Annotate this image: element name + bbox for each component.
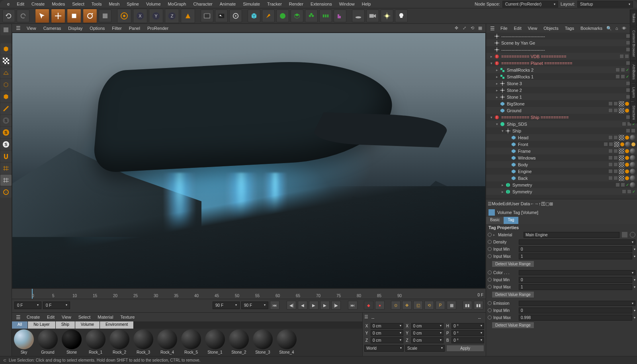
menu-item[interactable]: MoGraph bbox=[165, 0, 190, 8]
render-toggle[interactable] bbox=[614, 156, 618, 160]
expand-toggle[interactable]: ▸ bbox=[495, 68, 499, 72]
render-toggle[interactable] bbox=[614, 135, 618, 140]
texture-tag[interactable] bbox=[619, 169, 624, 174]
expand-toggle[interactable]: ▾ bbox=[495, 122, 499, 126]
tree-row[interactable]: ▾Ship bbox=[486, 127, 637, 134]
viewport-menu-item[interactable]: View bbox=[23, 25, 40, 32]
rot-h[interactable]: 0 °▾ bbox=[451, 323, 484, 329]
bulb-icon[interactable] bbox=[395, 10, 408, 22]
visibility-toggle[interactable] bbox=[608, 101, 613, 106]
key-tl1[interactable]: ▮▮ bbox=[463, 301, 472, 309]
tree-row[interactable]: ▸Stone 1 bbox=[486, 93, 637, 100]
phong-tag[interactable] bbox=[620, 142, 624, 146]
material-tag[interactable] bbox=[630, 182, 635, 188]
material-item[interactable]: Stone_4 bbox=[276, 329, 298, 355]
inputmin-field[interactable]: 0 bbox=[519, 308, 632, 313]
undo-button[interactable] bbox=[2, 10, 15, 22]
tag-icon[interactable]: ⊞ bbox=[549, 201, 553, 206]
material-item[interactable]: Rock_1 bbox=[84, 329, 107, 355]
render-toggle[interactable] bbox=[631, 128, 635, 133]
array-icon[interactable] bbox=[319, 10, 332, 22]
viewport[interactable] bbox=[12, 33, 486, 288]
inputmax-field[interactable]: 0.998 bbox=[519, 315, 632, 321]
tree-row[interactable]: Ground bbox=[486, 107, 637, 114]
goto-end[interactable]: ⏭ bbox=[348, 301, 358, 309]
inputmax-field[interactable]: 1 bbox=[519, 253, 632, 259]
picker-icon[interactable] bbox=[622, 232, 627, 237]
key-move[interactable]: ✥ bbox=[402, 301, 412, 309]
material-tag[interactable] bbox=[630, 162, 635, 167]
model-mode[interactable] bbox=[0, 43, 12, 55]
texture-tag[interactable] bbox=[619, 101, 624, 107]
magnet-icon[interactable] bbox=[0, 151, 12, 162]
tree-row[interactable]: ▸Symmetry✓ bbox=[486, 188, 637, 195]
anim-ring[interactable] bbox=[488, 315, 492, 319]
density-field[interactable]: ▾ bbox=[519, 239, 635, 245]
material-item[interactable]: Stone_3 bbox=[252, 329, 274, 355]
emission-field[interactable]: ▾ bbox=[519, 301, 635, 306]
render-toggle[interactable] bbox=[621, 183, 625, 187]
render-view[interactable] bbox=[201, 10, 213, 22]
vp-layout-icon[interactable]: ▦ bbox=[477, 25, 483, 31]
attr-menu-item[interactable]: User Data bbox=[510, 201, 530, 206]
visibility-toggle[interactable] bbox=[608, 135, 613, 140]
anim-ring[interactable] bbox=[488, 247, 492, 251]
side-tab[interactable]: Takes bbox=[630, 10, 637, 26]
menu-item[interactable]: Render bbox=[286, 0, 307, 8]
phong-tag[interactable] bbox=[625, 156, 629, 160]
range-end-field[interactable]: 90 F▾ bbox=[213, 302, 240, 309]
tree-row[interactable]: ▸Stone 3 bbox=[486, 80, 637, 87]
size-y[interactable]: 0 cm▾ bbox=[411, 330, 444, 336]
expand-toggle[interactable]: ▾ bbox=[489, 61, 493, 65]
render-toggle[interactable] bbox=[614, 162, 618, 167]
visibility-toggle[interactable] bbox=[608, 162, 613, 167]
render-picture[interactable] bbox=[215, 10, 228, 22]
expand-toggle[interactable]: ▸ bbox=[489, 55, 493, 58]
visibility-toggle[interactable] bbox=[622, 189, 626, 194]
extrude-icon[interactable] bbox=[291, 10, 303, 22]
material-tab[interactable]: All bbox=[12, 321, 28, 329]
home-icon[interactable]: ⌂ bbox=[614, 25, 620, 31]
tree-row[interactable]: ▸Symmetry✓ bbox=[486, 181, 637, 188]
last-tool[interactable] bbox=[99, 10, 111, 22]
visibility-toggle[interactable] bbox=[626, 128, 630, 133]
new-icon[interactable]: ▢ bbox=[545, 201, 549, 206]
vp-rotate-icon[interactable]: ⟲ bbox=[469, 25, 475, 31]
bend-icon[interactable] bbox=[334, 10, 346, 22]
play-button[interactable]: ▶ bbox=[309, 301, 318, 309]
viewport-menu-item[interactable]: Options bbox=[86, 25, 108, 32]
anim-ring[interactable] bbox=[488, 240, 492, 244]
start-frame-field[interactable]: 0 F▾ bbox=[14, 302, 41, 309]
material-tag[interactable] bbox=[630, 155, 635, 161]
render-toggle[interactable] bbox=[614, 101, 618, 106]
render-settings[interactable] bbox=[229, 10, 242, 22]
render-toggle[interactable] bbox=[627, 189, 631, 194]
tab-basic[interactable]: Basic bbox=[486, 217, 504, 224]
render-toggle[interactable] bbox=[609, 142, 613, 146]
texture-tag[interactable] bbox=[619, 135, 624, 140]
menu-item[interactable]: Select bbox=[69, 0, 88, 8]
workplane-mode[interactable] bbox=[0, 67, 12, 78]
snap-s[interactable]: S bbox=[0, 115, 12, 126]
rot-b[interactable]: 0 °▾ bbox=[451, 337, 484, 343]
side-tab[interactable]: Structure bbox=[630, 102, 637, 124]
menu-item[interactable]: Character bbox=[190, 0, 215, 8]
make-editable[interactable] bbox=[0, 24, 12, 35]
floor-icon[interactable] bbox=[352, 10, 365, 22]
render-toggle[interactable] bbox=[614, 169, 618, 173]
tree-row[interactable]: ▸!=========== VDB ========== bbox=[486, 53, 637, 60]
visibility-toggle[interactable] bbox=[616, 68, 620, 72]
tree-row[interactable]: ▾!=========== Ship =========== bbox=[486, 114, 637, 121]
axis-mode[interactable] bbox=[0, 91, 12, 102]
inputmax-field[interactable]: 1 bbox=[519, 284, 632, 290]
next-frame[interactable]: ▶ bbox=[320, 301, 330, 309]
obj-menu-item[interactable]: Tags bbox=[562, 25, 577, 32]
size-x[interactable]: 0 cm▾ bbox=[411, 323, 444, 329]
mat-menu-item[interactable]: Select bbox=[75, 313, 94, 321]
expand-toggle[interactable]: ▸ bbox=[495, 95, 499, 99]
visibility-toggle[interactable] bbox=[619, 54, 624, 58]
anim-ring[interactable] bbox=[488, 233, 492, 237]
material-item[interactable]: Stone_2 bbox=[228, 329, 250, 355]
rot-p[interactable]: 0 °▾ bbox=[451, 330, 484, 336]
obj-menu-item[interactable]: File bbox=[497, 25, 511, 32]
